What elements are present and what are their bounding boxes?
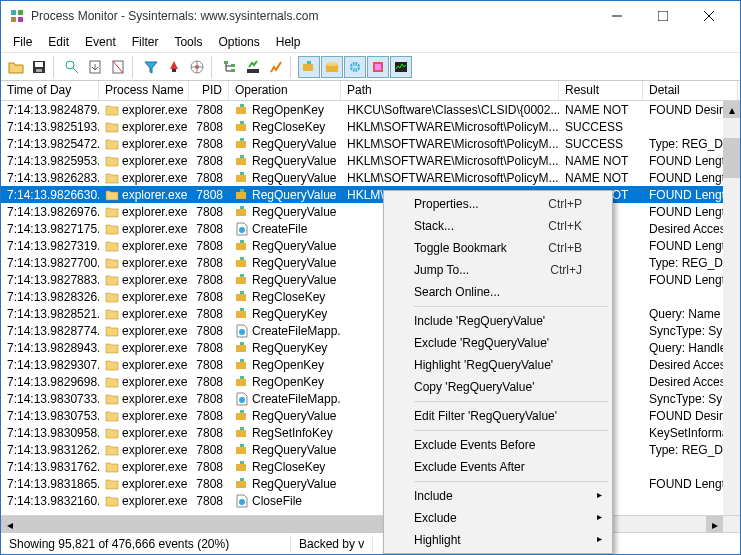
svg-point-65 bbox=[239, 397, 245, 403]
op-icon bbox=[235, 154, 249, 168]
show-filesystem-icon[interactable] bbox=[321, 56, 343, 78]
menu-help[interactable]: Help bbox=[268, 33, 309, 51]
open-icon[interactable] bbox=[5, 56, 27, 78]
status-backed: Backed by v bbox=[291, 535, 373, 553]
show-profiling-icon[interactable] bbox=[390, 56, 412, 78]
menu-tools[interactable]: Tools bbox=[166, 33, 210, 51]
table-row[interactable]: 7:14:13.9828774...explorer.exe7808Create… bbox=[1, 322, 740, 339]
context-menu-item[interactable]: Toggle BookmarkCtrl+B bbox=[386, 237, 610, 259]
table-row[interactable]: 7:14:13.9831865...explorer.exe7808RegQue… bbox=[1, 475, 740, 492]
context-menu-item[interactable]: Exclude bbox=[386, 507, 610, 529]
capture-icon[interactable] bbox=[61, 56, 83, 78]
table-row[interactable]: 7:14:13.9831762...explorer.exe7808RegClo… bbox=[1, 458, 740, 475]
maximize-button[interactable] bbox=[640, 1, 686, 31]
op-icon bbox=[235, 358, 249, 372]
table-row[interactable]: 7:14:13.9826283...explorer.exe7808RegQue… bbox=[1, 169, 740, 186]
svg-rect-34 bbox=[240, 104, 244, 107]
menu-event[interactable]: Event bbox=[77, 33, 124, 51]
header-detail[interactable]: Detail bbox=[643, 81, 738, 100]
table-row[interactable]: 7:14:13.9824879...explorer.exe7808RegOpe… bbox=[1, 101, 740, 118]
highlight-icon[interactable] bbox=[163, 56, 185, 78]
context-menu-item[interactable]: Exclude Events Before bbox=[386, 434, 610, 456]
svg-rect-26 bbox=[307, 61, 311, 64]
table-row[interactable]: 7:14:13.9826630...explorer.exe7808RegQue… bbox=[1, 186, 740, 203]
table-row[interactable]: 7:14:13.9825472...explorer.exe7808RegQue… bbox=[1, 135, 740, 152]
context-menu-item[interactable]: Exclude Events After bbox=[386, 456, 610, 478]
svg-rect-43 bbox=[236, 192, 246, 199]
table-row[interactable]: 7:14:13.9829698...explorer.exe7808RegOpe… bbox=[1, 373, 740, 390]
context-menu-item[interactable]: Highlight 'RegQueryValue' bbox=[386, 354, 610, 376]
svg-rect-68 bbox=[236, 430, 246, 437]
scroll-right-icon[interactable]: ▸ bbox=[706, 516, 723, 533]
menu-filter[interactable]: Filter bbox=[124, 33, 167, 51]
table-row[interactable]: 7:14:13.9827319...explorer.exe7808RegQue… bbox=[1, 237, 740, 254]
svg-rect-1 bbox=[18, 10, 23, 15]
svg-rect-25 bbox=[303, 64, 313, 71]
table-row[interactable]: 7:14:13.9825193...explorer.exe7808RegClo… bbox=[1, 118, 740, 135]
table-row[interactable]: 7:14:13.9830753...explorer.exe7808RegQue… bbox=[1, 407, 740, 424]
header-process[interactable]: Process Name bbox=[99, 81, 189, 100]
header-pid[interactable]: PID bbox=[189, 81, 229, 100]
scroll-left-icon[interactable]: ◂ bbox=[1, 516, 18, 533]
svg-rect-48 bbox=[236, 243, 246, 250]
table-row[interactable]: 7:14:13.9827883...explorer.exe7808RegQue… bbox=[1, 271, 740, 288]
context-menu-item[interactable]: Properties...Ctrl+P bbox=[386, 193, 610, 215]
show-registry-icon[interactable] bbox=[298, 56, 320, 78]
table-row[interactable]: 7:14:13.9832160...explorer.exe7808CloseF… bbox=[1, 492, 740, 509]
include-process-icon[interactable] bbox=[186, 56, 208, 78]
autoscroll-icon[interactable] bbox=[84, 56, 106, 78]
table-row[interactable]: 7:14:13.9825953...explorer.exe7808RegQue… bbox=[1, 152, 740, 169]
table-row[interactable]: 7:14:13.9828521...explorer.exe7808RegQue… bbox=[1, 305, 740, 322]
menu-edit[interactable]: Edit bbox=[40, 33, 77, 51]
op-icon bbox=[235, 137, 249, 151]
jump-icon[interactable] bbox=[265, 56, 287, 78]
context-menu-item[interactable]: Exclude 'RegQueryValue' bbox=[386, 332, 610, 354]
svg-rect-63 bbox=[236, 379, 246, 386]
table-row[interactable]: 7:14:13.9826976...explorer.exe7808RegQue… bbox=[1, 203, 740, 220]
folder-icon bbox=[105, 494, 119, 508]
scroll-thumb[interactable] bbox=[723, 138, 740, 178]
header-result[interactable]: Result bbox=[559, 81, 643, 100]
context-menu-item[interactable]: Copy 'RegQueryValue' bbox=[386, 376, 610, 398]
minimize-button[interactable] bbox=[594, 1, 640, 31]
header-path[interactable]: Path bbox=[341, 81, 559, 100]
close-button[interactable] bbox=[686, 1, 732, 31]
process-tree-icon[interactable] bbox=[219, 56, 241, 78]
context-menu-item[interactable]: Jump To...Ctrl+J bbox=[386, 259, 610, 281]
clear-icon[interactable] bbox=[107, 56, 129, 78]
context-menu-item[interactable]: Include 'RegQueryValue' bbox=[386, 310, 610, 332]
filter-icon[interactable] bbox=[140, 56, 162, 78]
show-network-icon[interactable] bbox=[344, 56, 366, 78]
save-icon[interactable] bbox=[28, 56, 50, 78]
menu-file[interactable]: File bbox=[5, 33, 40, 51]
svg-rect-72 bbox=[236, 464, 246, 471]
table-row[interactable]: 7:14:13.9829307...explorer.exe7808RegOpe… bbox=[1, 356, 740, 373]
table-row[interactable]: 7:14:13.9830958...explorer.exe7808RegSet… bbox=[1, 424, 740, 441]
op-icon bbox=[235, 290, 249, 304]
svg-rect-10 bbox=[36, 69, 42, 72]
context-menu-item[interactable]: Include bbox=[386, 485, 610, 507]
context-menu-item[interactable]: Search Online... bbox=[386, 281, 610, 303]
find-icon[interactable] bbox=[242, 56, 264, 78]
folder-icon bbox=[105, 392, 119, 406]
header-operation[interactable]: Operation bbox=[229, 81, 341, 100]
svg-rect-37 bbox=[236, 141, 246, 148]
table-row[interactable]: 7:14:13.9828326...explorer.exe7808RegClo… bbox=[1, 288, 740, 305]
horizontal-scrollbar[interactable]: ◂ ▸ bbox=[1, 515, 740, 532]
table-row[interactable]: 7:14:13.9827700...explorer.exe7808RegQue… bbox=[1, 254, 740, 271]
table-row[interactable]: 7:14:13.9827175...explorer.exe7808Create… bbox=[1, 220, 740, 237]
table-row[interactable]: 7:14:13.9831262...explorer.exe7808RegQue… bbox=[1, 441, 740, 458]
show-process-icon[interactable] bbox=[367, 56, 389, 78]
folder-icon bbox=[105, 375, 119, 389]
scroll-up-icon[interactable]: ▴ bbox=[723, 101, 740, 118]
context-menu-item[interactable]: Highlight bbox=[386, 529, 610, 551]
header-time[interactable]: Time of Day bbox=[1, 81, 99, 100]
menu-options[interactable]: Options bbox=[210, 33, 267, 51]
context-menu-item[interactable]: Edit Filter 'RegQueryValue' bbox=[386, 405, 610, 427]
status-events: Showing 95,821 of 476,666 events (20%) bbox=[1, 535, 291, 553]
context-menu-item[interactable]: Stack...Ctrl+K bbox=[386, 215, 610, 237]
vertical-scrollbar[interactable]: ▴ bbox=[723, 101, 740, 515]
table-row[interactable]: 7:14:13.9828943...explorer.exe7808RegQue… bbox=[1, 339, 740, 356]
op-icon bbox=[235, 222, 249, 236]
table-row[interactable]: 7:14:13.9830733...explorer.exe7808Create… bbox=[1, 390, 740, 407]
